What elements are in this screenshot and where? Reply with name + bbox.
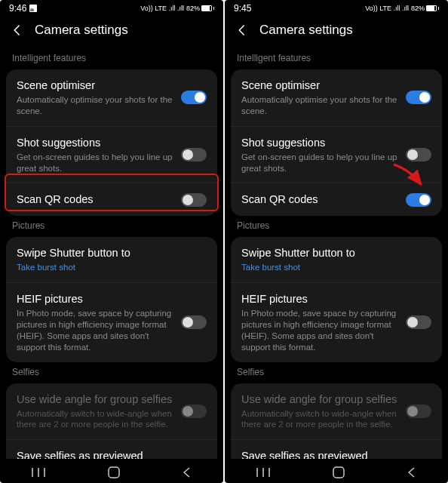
recents-button[interactable] [31,467,46,478]
row-subtitle: Take burst shot [241,262,424,273]
page-title: Camera settings [35,23,128,38]
toggle-wide-angle [406,405,431,418]
toggle-scene-optimiser[interactable] [181,91,207,104]
status-bar: 9:45 Vo)) LTE .ıll .ıll 82% [225,0,448,17]
image-icon [29,5,37,12]
card-intelligent: Scene optimiser Automatically optimise y… [6,69,217,216]
row-title: Scene optimiser [241,78,398,93]
row-title: HEIF pictures [241,292,398,306]
header: Camera settings [0,17,223,48]
row-wide-angle: Use wide angle for group selfies Automat… [6,383,217,440]
row-shot-suggestions[interactable]: Shot suggestions Get on-screen guides to… [6,126,217,183]
row-title: Use wide angle for group selfies [17,392,173,407]
card-pictures: Swipe Shutter button to Take burst shot … [6,237,217,361]
row-title: Shot suggestions [17,136,173,150]
card-pictures: Swipe Shutter button to Take burst shot … [231,237,442,361]
card-selfies: Use wide angle for group selfies Automat… [6,383,217,459]
row-subtitle: Get on-screen guides to help you line up… [17,152,173,174]
settings-list[interactable]: Intelligent features Scene optimiser Aut… [225,48,448,459]
row-subtitle: In Photo mode, save space by capturing p… [17,308,173,353]
row-title: Shot suggestions [241,136,398,150]
row-subtitle: Get on-screen guides to help you line up… [241,152,398,174]
svg-rect-1 [333,467,344,478]
nav-bar [0,459,223,483]
card-selfies: Use wide angle for group selfies Automat… [231,383,442,459]
row-subtitle: Automatically optimise your shots for th… [17,94,173,117]
row-swipe-shutter[interactable]: Swipe Shutter button to Take burst shot [6,237,217,282]
battery-icon [201,5,212,11]
section-pictures: Pictures [6,216,217,237]
section-selfies: Selfies [231,362,442,383]
section-selfies: Selfies [6,362,217,383]
row-subtitle: Automatically switch to wide-angle when … [17,408,173,431]
row-title: Use wide angle for group selfies [241,392,398,407]
back-button[interactable] [182,467,192,478]
row-shot-suggestions[interactable]: Shot suggestions Get on-screen guides to… [231,126,442,183]
row-swipe-shutter[interactable]: Swipe Shutter button to Take burst shot [231,237,442,282]
toggle-heif[interactable] [406,315,431,329]
row-title: Swipe Shutter button to [241,246,424,260]
row-scene-optimiser[interactable]: Scene optimiser Automatically optimise y… [231,69,442,126]
toggle-scan-qr[interactable] [181,193,207,207]
status-time: 9:45 [234,3,251,14]
row-title: Scan QR codes [17,192,173,207]
toggle-scene-optimiser[interactable] [406,91,431,104]
back-button[interactable] [407,467,417,478]
toggle-heif[interactable] [181,315,207,329]
row-scene-optimiser[interactable]: Scene optimiser Automatically optimise y… [6,69,217,126]
battery-icon [426,5,437,11]
toggle-wide-angle [181,405,207,418]
row-subtitle: Take burst shot [17,262,199,273]
row-save-selfies[interactable]: Save selfies as previewed Save selfies a… [231,439,442,459]
row-title: Save selfies as previewed [241,449,398,459]
row-heif[interactable]: HEIF pictures In Photo mode, save space … [6,282,217,362]
status-bar: 9:46 Vo)) LTE .ıll .ıll 82% [0,0,223,17]
row-subtitle: Automatically optimise your shots for th… [241,94,398,117]
back-icon[interactable] [11,23,24,37]
section-intelligent: Intelligent features [6,48,217,69]
phone-left: 9:46 Vo)) LTE .ıll .ıll 82% Camera setti… [0,0,223,483]
svg-rect-0 [109,467,119,478]
page-title: Camera settings [259,23,353,38]
row-scan-qr[interactable]: Scan QR codes [6,183,217,216]
row-subtitle: Automatically switch to wide-angle when … [241,408,398,431]
network-indicator: Vo)) LTE .ıll .ıll [365,5,409,12]
header: Camera settings [225,17,448,48]
recents-button[interactable] [256,467,271,478]
home-button[interactable] [333,466,345,478]
row-scan-qr[interactable]: Scan QR codes [231,183,442,216]
row-title: Scene optimiser [17,78,173,93]
row-title: Swipe Shutter button to [17,246,199,260]
row-title: Scan QR codes [241,192,398,207]
card-intelligent: Scene optimiser Automatically optimise y… [231,69,442,216]
section-intelligent: Intelligent features [231,48,442,69]
row-title: HEIF pictures [17,292,173,306]
row-heif[interactable]: HEIF pictures In Photo mode, save space … [231,282,442,362]
back-icon[interactable] [235,23,249,37]
home-button[interactable] [108,466,120,478]
row-save-selfies[interactable]: Save selfies as previewed Save selfies a… [6,439,217,459]
toggle-shot-suggestions[interactable] [406,148,431,162]
status-time: 9:46 [9,3,26,14]
nav-bar [225,459,448,483]
row-wide-angle: Use wide angle for group selfies Automat… [231,383,442,440]
network-indicator: Vo)) LTE .ıll .ıll [140,5,184,12]
section-pictures: Pictures [231,216,442,237]
toggle-scan-qr[interactable] [406,193,431,207]
phone-right: 9:45 Vo)) LTE .ıll .ıll 82% Camera setti… [225,0,448,483]
settings-list[interactable]: Intelligent features Scene optimiser Aut… [0,48,223,459]
battery-percent: 82% [411,5,425,12]
toggle-shot-suggestions[interactable] [181,148,207,162]
battery-percent: 82% [186,5,200,12]
row-title: Save selfies as previewed [17,449,173,459]
row-subtitle: In Photo mode, save space by capturing p… [241,308,398,353]
